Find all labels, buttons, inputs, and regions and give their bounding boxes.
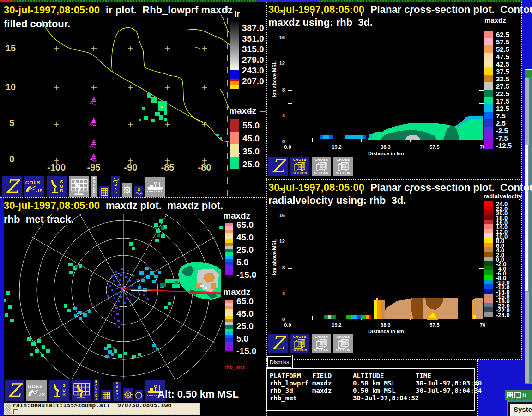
colorbar-swatch xyxy=(230,119,239,132)
colorbar-tick-label: 387.0 xyxy=(242,23,264,33)
colorbar-title: maxdz xyxy=(223,287,250,297)
surveillance-button[interactable]: SUR xyxy=(46,176,67,197)
zebra-home-button[interactable]: Z xyxy=(4,379,24,401)
zebra-home-button[interactable]: Z xyxy=(267,333,288,354)
zebra-home-button[interactable]: Z xyxy=(267,156,288,177)
config-button[interactable] xyxy=(122,182,133,197)
svg-text:Z: Z xyxy=(272,157,286,176)
coastline xyxy=(42,15,240,154)
colorbar-tick-label: 45.0 xyxy=(236,232,254,243)
terminal-window[interactable]: rain:beaufait:155>xdump.all 970730.0805.… xyxy=(4,403,200,415)
cross-section-cube-icon: CROSSSECTION xyxy=(293,158,307,175)
x-tick: 38.3 xyxy=(375,322,396,328)
x-tick: 76 xyxy=(472,322,493,328)
goes-ir-button[interactable]: GOES.IR xyxy=(24,176,45,197)
dismiss-button[interactable]: Dismiss xyxy=(267,356,291,368)
zebra-z-icon: Z xyxy=(270,334,286,353)
colorbar-tick-label: 35.0 xyxy=(242,147,260,157)
lon-label: -95 xyxy=(79,162,109,173)
terminal-cursor xyxy=(13,409,18,415)
y-tick: 12 xyxy=(273,239,285,244)
lat-label: 10 xyxy=(6,82,16,92)
goes-satellite-icon: GOES.IR xyxy=(24,179,44,194)
radialvelocity-contour-fill xyxy=(324,298,483,319)
window-menu-icon[interactable] xyxy=(507,392,513,398)
map-icon: undefined xyxy=(114,382,121,401)
zebra-z-icon: Z xyxy=(4,177,20,196)
cross-section-2-button[interactable]: CROSSSECTION xyxy=(311,333,332,354)
buoy-markers xyxy=(90,97,96,161)
colorbar-swatch xyxy=(484,252,493,257)
table-header-cell: ALTITUDE xyxy=(353,372,416,379)
ppi-panel-toolbar: ZGOES.IRSURBOUNDSundefined xyxy=(4,379,166,401)
radar-grid-button[interactable] xyxy=(69,176,90,197)
colorbar-tick-label: 207.0 xyxy=(242,76,264,86)
colorbar-swatch xyxy=(225,345,233,348)
colorbar-tick-label: -12.5 xyxy=(496,141,512,150)
buoy-button[interactable] xyxy=(134,185,144,197)
bounds-button[interactable]: BOUNDS xyxy=(93,379,99,401)
colorbar-swatch xyxy=(225,249,233,252)
grid-button[interactable] xyxy=(101,390,111,401)
colorbar-swatch xyxy=(484,112,493,119)
colorbar-swatch xyxy=(225,243,233,246)
colorbar-swatch xyxy=(484,60,493,67)
bounds-button[interactable]: BOUNDS xyxy=(91,176,97,197)
cross-section-3-button[interactable]: CROSSSECTION xyxy=(333,156,353,177)
timestamp: 30-jul-1997,08:05:00 xyxy=(268,4,364,15)
radar-antenna-icon: SUR xyxy=(53,383,66,398)
radar-ppi-display xyxy=(4,214,223,379)
terminal-scrollbar[interactable] xyxy=(5,404,11,414)
colorbar-swatch xyxy=(484,201,493,206)
y-tick: 12 xyxy=(273,61,285,66)
colorbar-swatch xyxy=(484,257,493,261)
colorbar-swatch xyxy=(225,262,233,265)
x-tick: 0.0 xyxy=(278,322,298,328)
colorbar-tick-label: -15.0 xyxy=(236,346,256,356)
zebra-z-icon: Z xyxy=(6,381,23,400)
cross-section-1-button[interactable]: CROSSSECTION xyxy=(290,333,310,354)
panel-radar-ppi: 30-jul-1997,08:05:00maxdz plot. maxdz pl… xyxy=(4,198,266,402)
zebra-home-button[interactable]: Z xyxy=(2,176,22,197)
x-tick: 0.0 xyxy=(278,144,298,150)
ir-panel-toolbar: ZGOES.IRSURBOUNDSMAP xyxy=(2,176,165,197)
map-overlay-button[interactable]: MAP xyxy=(111,176,121,197)
colorbar-swatch xyxy=(484,75,493,82)
lat-label: 0 xyxy=(9,154,14,165)
grid-button[interactable] xyxy=(99,186,109,197)
colorbar-swatch xyxy=(484,289,493,294)
y-tick: 0 xyxy=(273,317,285,322)
table-header-cell: PLATFORM xyxy=(270,372,312,379)
colorbar-tick-label: 5.0 xyxy=(236,257,248,268)
colorbar-swatch xyxy=(225,259,233,262)
window-doc-icon[interactable] xyxy=(514,392,521,398)
colorbar-swatch xyxy=(484,233,493,238)
map-icon: MAP xyxy=(112,177,120,195)
lon-label: -100 xyxy=(42,162,71,173)
colorbar-swatch xyxy=(225,230,233,233)
panel-title-line2: radialvelocity using: rhb_3d. xyxy=(268,195,406,207)
ship-button[interactable] xyxy=(145,177,165,197)
cross-section-3-button[interactable]: CROSSSECTION xyxy=(333,333,353,354)
radar-grid-button[interactable] xyxy=(71,379,92,401)
colorbar-swatch xyxy=(225,316,233,319)
config-button[interactable] xyxy=(123,387,133,401)
colorbar-title: radialvelocity xyxy=(484,193,522,200)
table-cell: rhb_met xyxy=(270,394,312,402)
cross-section-2-button[interactable]: CROSSSECTION xyxy=(311,156,332,177)
goes-ir-button[interactable]: GOES.IR xyxy=(26,379,47,401)
desktop-root-left xyxy=(0,198,4,416)
cross-section-1-button[interactable]: CROSSSECTION xyxy=(290,156,310,177)
colorbar-tick-label: 55.0 xyxy=(242,121,260,131)
cross-section-cube-icon: CROSSSECTION xyxy=(314,335,329,352)
track-platform-label: rhb_met xyxy=(224,364,244,370)
table-cell: rhb_3d xyxy=(270,387,312,394)
surveillance-button[interactable]: SUR xyxy=(48,379,70,401)
azimuth-spokes xyxy=(31,214,215,379)
map-overlay-button[interactable]: undefined xyxy=(113,382,121,401)
colorbar-swatch xyxy=(484,90,493,97)
side-scrollbar-thumb[interactable] xyxy=(525,145,529,292)
small-window-titlebar[interactable]: ti xyxy=(505,390,532,400)
colorbar-swatch xyxy=(225,226,233,230)
range-ring-button[interactable] xyxy=(134,389,143,401)
